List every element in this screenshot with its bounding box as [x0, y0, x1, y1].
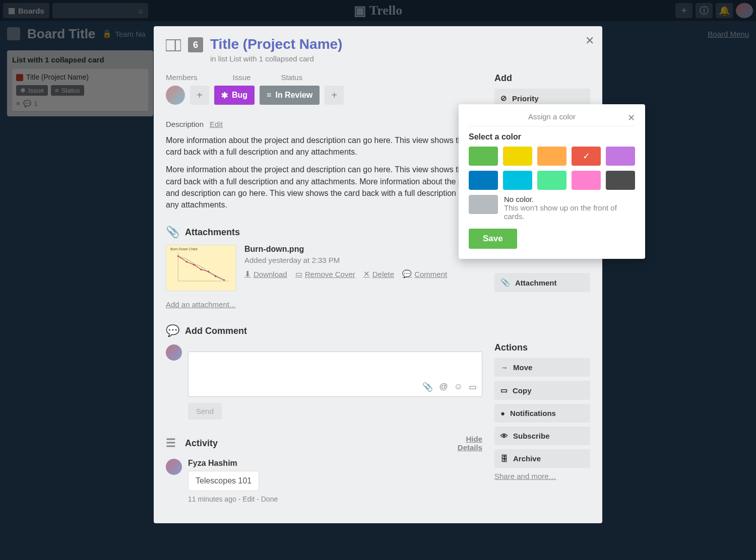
description-label: Description — [166, 120, 204, 128]
card-icon: ▭ — [295, 269, 302, 278]
activity-avatar[interactable] — [166, 459, 182, 475]
color-swatch[interactable] — [537, 147, 566, 166]
copy-button[interactable]: ▭Copy — [494, 381, 590, 400]
issue-label: Issue — [233, 73, 251, 82]
attachment-icon: 📎 — [500, 278, 510, 287]
send-button[interactable]: Send — [188, 403, 222, 419]
comment-icon: 💬 — [402, 269, 412, 278]
status-tag[interactable]: ≡In Review — [260, 86, 320, 105]
svg-point-10 — [223, 279, 225, 281]
members-label: Members — [166, 73, 198, 82]
color-swatch[interactable] — [469, 147, 498, 166]
attachment-button[interactable]: 📎Attachment — [494, 273, 590, 292]
hide-link[interactable]: Hide — [458, 435, 482, 443]
activity-icon: ☰ — [166, 437, 179, 450]
attachment-thumbnail[interactable]: Burn Down Chart — [166, 245, 236, 291]
svg-point-9 — [215, 275, 216, 277]
color-swatch[interactable] — [503, 171, 532, 190]
actions-section-title: Actions — [494, 342, 590, 353]
card-subtitle[interactable]: in list List with 1 collapsed card — [210, 54, 342, 63]
color-swatch[interactable] — [503, 147, 532, 166]
download-link[interactable]: ⬇Download — [244, 269, 287, 278]
menu-icon: ≡ — [267, 91, 271, 100]
color-swatch[interactable]: ✓ — [572, 147, 601, 166]
delete-link[interactable]: ✕Delete — [363, 269, 394, 278]
dot-icon: ● — [500, 409, 505, 417]
activity-meta[interactable]: 11 minutes ago - Edit - Done — [188, 495, 278, 503]
remove-cover-link[interactable]: ▭Remove Cover — [295, 269, 355, 278]
copy-icon: ▭ — [500, 386, 508, 395]
close-icon: ✕ — [363, 269, 370, 278]
svg-point-5 — [186, 261, 187, 262]
download-icon: ⬇ — [244, 269, 251, 278]
bug-icon: ✱ — [221, 91, 228, 100]
notifications-button[interactable]: ●Notifications — [494, 404, 590, 423]
color-swatch[interactable] — [606, 147, 635, 166]
status-label: Status — [281, 73, 302, 82]
archive-button[interactable]: 🗄Archive — [494, 449, 590, 468]
add-section-title: Add — [494, 73, 590, 84]
color-swatch[interactable] — [606, 171, 635, 190]
activity-comment: Telescopes 101 — [188, 471, 259, 491]
close-button[interactable]: ✕ — [585, 34, 594, 47]
popover-close-button[interactable]: ✕ — [627, 112, 635, 123]
color-swatch[interactable] — [537, 171, 566, 190]
card-title[interactable]: Title (Project Name) — [210, 36, 342, 52]
archive-icon: 🗄 — [500, 454, 508, 463]
comment-author-avatar[interactable] — [166, 344, 182, 361]
attach-icon[interactable]: 📎 — [422, 382, 433, 392]
comment-icon: 💬 — [166, 324, 179, 337]
subscribe-button[interactable]: 👁Subscribe — [494, 427, 590, 445]
no-color-sub: This won't show up on the front of cards… — [504, 203, 635, 221]
color-swatch[interactable] — [469, 171, 498, 190]
popover-title: Assign a color — [528, 112, 576, 121]
attachment-name[interactable]: Burn-down.png — [244, 245, 482, 254]
svg-rect-0 — [166, 40, 181, 51]
mention-icon[interactable]: @ — [439, 382, 448, 392]
card-number-badge: 6 — [188, 37, 203, 52]
svg-point-6 — [193, 264, 195, 265]
add-comment-title: Add Comment — [185, 326, 247, 336]
attachment-meta: Added yesterday at 2:33 PM — [244, 256, 482, 264]
no-color-swatch[interactable] — [469, 195, 498, 214]
comment-link[interactable]: 💬Comment — [402, 269, 447, 278]
add-tag-button[interactable]: + — [325, 86, 344, 105]
activity-author[interactable]: Fyza Hashim — [188, 459, 278, 468]
no-color-title: No color. — [504, 195, 635, 203]
attachment-icon: 📎 — [166, 226, 179, 239]
card-icon — [166, 39, 181, 51]
card-modal: ✕ 6 Title (Project Name) in list List wi… — [154, 26, 602, 523]
add-member-button[interactable]: + — [190, 86, 209, 105]
attachments-title: Attachments — [185, 227, 240, 238]
comment-textarea[interactable]: 📎 @ ☺ ▭ — [188, 352, 482, 397]
share-link[interactable]: Share and more… — [494, 472, 556, 480]
eye-icon: 👁 — [500, 432, 508, 440]
arrow-right-icon: → — [500, 363, 508, 372]
description-text-2[interactable]: More information about the project and d… — [166, 164, 482, 211]
color-swatch[interactable] — [572, 171, 601, 190]
description-text[interactable]: More information about the project and d… — [166, 134, 482, 158]
priority-icon: ⊘ — [500, 94, 507, 103]
svg-point-4 — [177, 255, 179, 257]
activity-title: Activity — [185, 438, 218, 449]
details-link[interactable]: Details — [458, 443, 482, 452]
emoji-icon[interactable]: ☺ — [454, 382, 463, 392]
color-popover: Assign a color ✕ Select a color ✓ No col… — [459, 104, 645, 259]
save-button[interactable]: Save — [469, 229, 517, 249]
issue-tag[interactable]: ✱Bug — [214, 86, 255, 105]
edit-description-link[interactable]: Edit — [210, 120, 223, 128]
card-ref-icon[interactable]: ▭ — [469, 382, 477, 392]
svg-point-8 — [208, 270, 209, 272]
member-avatar[interactable] — [166, 86, 185, 105]
svg-point-7 — [200, 269, 202, 270]
move-button[interactable]: →Move — [494, 358, 590, 377]
add-attachment-link[interactable]: Add an attachment... — [166, 300, 235, 309]
popover-subtitle: Select a color — [469, 132, 635, 142]
